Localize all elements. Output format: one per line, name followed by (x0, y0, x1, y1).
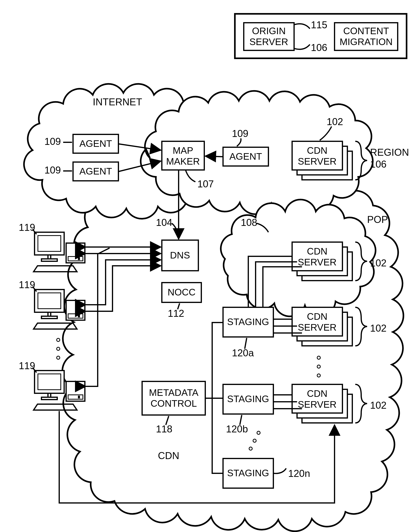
ref-104: 104 (156, 217, 172, 228)
svg-rect-90 (78, 396, 80, 398)
svg-text:DNS: DNS (170, 250, 190, 260)
svg-rect-87 (42, 397, 57, 400)
cdn-label: CDN (158, 450, 179, 461)
dots-clients (57, 338, 60, 359)
svg-text:SERVER: SERVER (298, 322, 337, 333)
svg-text:119: 119 (19, 360, 35, 371)
svg-text:109: 109 (232, 128, 248, 139)
svg-rect-73 (78, 257, 80, 260)
svg-text:AGENT: AGENT (229, 151, 262, 162)
svg-text:SERVER: SERVER (298, 257, 337, 267)
svg-text:102: 102 (370, 323, 387, 334)
legend-origin-ref: 115 (311, 19, 327, 31)
svg-rect-69 (38, 236, 61, 251)
svg-text:SERVER: SERVER (298, 156, 337, 167)
svg-text:POP: POP (367, 214, 388, 225)
svg-text:METADATA: METADATA (149, 387, 198, 398)
svg-text:102: 102 (370, 258, 387, 269)
svg-text:REGION: REGION (370, 147, 409, 158)
legend-origin-line1: ORIGIN (252, 26, 286, 36)
svg-rect-80 (78, 315, 80, 317)
svg-text:120n: 120n (288, 468, 310, 479)
svg-text:MAP: MAP (173, 145, 193, 156)
svg-point-83 (57, 347, 60, 350)
legend-migration-line2: MIGRATION (340, 37, 392, 47)
svg-rect-72 (68, 257, 83, 261)
svg-text:107: 107 (197, 178, 214, 190)
svg-text:102: 102 (327, 116, 343, 127)
svg-point-84 (57, 356, 60, 359)
svg-text:119: 119 (19, 279, 35, 290)
svg-rect-77 (42, 316, 57, 319)
svg-text:102: 102 (370, 400, 387, 411)
svg-text:118: 118 (156, 423, 172, 435)
svg-rect-86 (38, 374, 61, 390)
svg-text:119: 119 (19, 222, 35, 233)
svg-text:112: 112 (168, 308, 184, 319)
legend-origin-line2: SERVER (250, 37, 288, 47)
svg-text:CONTROL: CONTROL (150, 398, 197, 409)
svg-text:STAGING: STAGING (227, 317, 269, 327)
svg-text:120b: 120b (226, 423, 248, 435)
svg-text:109: 109 (45, 165, 61, 176)
svg-text:120a: 120a (232, 347, 254, 358)
legend-box: ORIGIN SERVER 115 106 CONTENT MIGRATION (235, 14, 406, 58)
svg-text:CDN: CDN (307, 246, 328, 257)
svg-rect-70 (42, 259, 57, 261)
svg-text:106: 106 (370, 159, 387, 170)
svg-text:NOCC: NOCC (167, 287, 195, 297)
legend-migration-ref: 106 (311, 42, 327, 53)
svg-text:SERVER: SERVER (298, 399, 337, 410)
svg-text:MAKER: MAKER (166, 156, 200, 167)
svg-text:AGENT: AGENT (79, 166, 112, 177)
svg-text:108: 108 (241, 217, 257, 228)
internet-label: INTERNET (93, 97, 142, 108)
svg-text:CDN: CDN (307, 145, 328, 156)
svg-rect-79 (68, 314, 83, 318)
diagram-root: ORIGIN SERVER 115 106 CONTENT MIGRATION … (0, 0, 420, 532)
svg-rect-89 (68, 395, 83, 399)
svg-rect-76 (38, 293, 61, 309)
dns-box: DNS (162, 240, 198, 271)
svg-text:AGENT: AGENT (79, 138, 112, 149)
svg-text:CDN: CDN (307, 388, 328, 399)
svg-text:109: 109 (45, 136, 61, 147)
svg-point-82 (57, 338, 60, 341)
svg-text:STAGING: STAGING (227, 468, 269, 478)
svg-text:STAGING: STAGING (227, 394, 269, 404)
legend-migration-line1: CONTENT (343, 26, 389, 36)
svg-text:CDN: CDN (307, 311, 328, 322)
